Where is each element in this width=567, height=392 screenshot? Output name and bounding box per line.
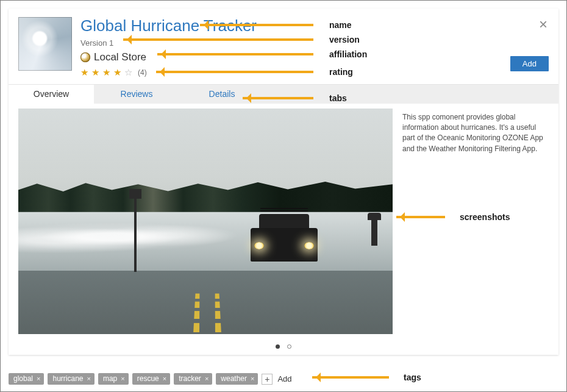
rating-count: (4) bbox=[138, 68, 147, 77]
pager-dot[interactable] bbox=[287, 344, 291, 349]
tag-remove-icon[interactable]: × bbox=[121, 375, 124, 382]
screenshot-image[interactable] bbox=[18, 109, 393, 334]
listing-description: This spp comonent provides global inform… bbox=[402, 109, 549, 334]
add-button[interactable]: Add bbox=[510, 56, 549, 71]
listing-thumbnail bbox=[18, 17, 72, 71]
tag-add-button[interactable]: + bbox=[262, 374, 273, 385]
tab-reviews[interactable]: Reviews bbox=[94, 85, 179, 104]
tag-chip[interactable]: hurricane× bbox=[48, 373, 94, 385]
star-icon: ★ bbox=[80, 67, 89, 78]
tag-remove-icon[interactable]: × bbox=[205, 375, 209, 382]
tag-label: global bbox=[13, 374, 33, 383]
tabs: Overview Reviews Details bbox=[9, 84, 558, 104]
rating[interactable]: ★ ★ ★ ★ ☆ (4) bbox=[80, 67, 549, 78]
tag-label: rescue bbox=[137, 374, 159, 383]
tag-label: map bbox=[103, 374, 117, 383]
star-icon: ★ bbox=[113, 67, 122, 78]
tag-label: hurricane bbox=[52, 374, 83, 383]
star-icon: ★ bbox=[102, 67, 111, 78]
listing-version: Version 1 bbox=[80, 38, 549, 48]
store-icon bbox=[80, 52, 90, 62]
tag-chip[interactable]: rescue× bbox=[132, 373, 170, 385]
tag-remove-icon[interactable]: × bbox=[163, 375, 166, 382]
star-icon: ★ bbox=[91, 67, 100, 78]
tags-row: global× hurricane× map× rescue× tracker×… bbox=[9, 373, 292, 385]
affiliation-label: Local Store bbox=[94, 51, 146, 63]
tab-details[interactable]: Details bbox=[179, 85, 265, 104]
tag-chip[interactable]: global× bbox=[9, 373, 44, 385]
listing-dialog: × Global Hurricane Tracker Version 1 Loc… bbox=[9, 9, 558, 355]
tag-label: weather bbox=[221, 374, 247, 383]
listing-header: Global Hurricane Tracker Version 1 Local… bbox=[9, 9, 558, 84]
tag-remove-icon[interactable]: × bbox=[37, 375, 40, 382]
tag-chip[interactable]: tracker× bbox=[174, 373, 212, 385]
listing-affiliation[interactable]: Local Store bbox=[80, 51, 549, 63]
pager-dot-active[interactable] bbox=[276, 344, 280, 349]
tag-chip[interactable]: weather× bbox=[216, 373, 258, 385]
listing-title[interactable]: Global Hurricane Tracker bbox=[80, 17, 549, 35]
tag-remove-icon[interactable]: × bbox=[251, 375, 254, 382]
tag-add-label: Add bbox=[277, 374, 291, 383]
tab-overview[interactable]: Overview bbox=[9, 85, 94, 104]
screenshot-pager bbox=[9, 334, 558, 355]
tag-label: tracker bbox=[179, 374, 201, 383]
tag-remove-icon[interactable]: × bbox=[87, 375, 91, 382]
tag-chip[interactable]: map× bbox=[98, 373, 129, 385]
star-empty-icon: ☆ bbox=[124, 67, 133, 78]
